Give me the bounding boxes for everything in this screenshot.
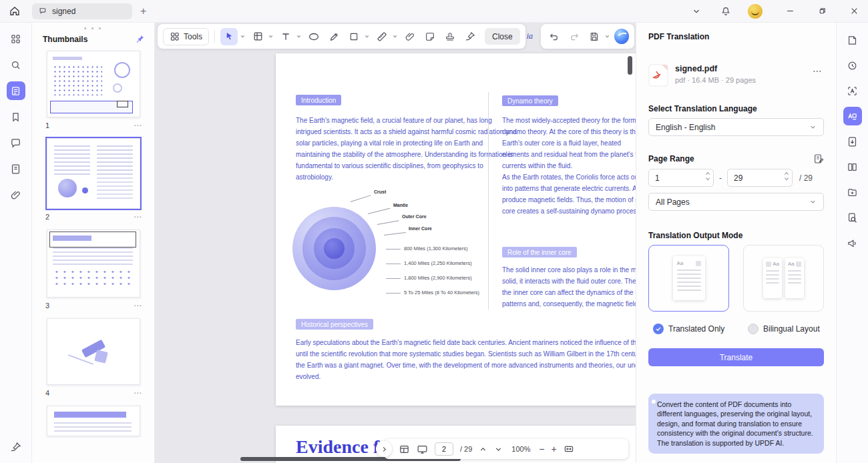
measure-tool[interactable] (374, 28, 390, 45)
page-thumbnail-3[interactable] (47, 229, 140, 298)
panel-drag-handle-icon[interactable]: • • • (32, 23, 154, 31)
left-rail (0, 23, 32, 463)
minimize-button[interactable] (783, 4, 797, 19)
zoom-in-icon[interactable]: + (552, 444, 557, 454)
doc-text-line: As the Earth rotates, the Coriolis force… (502, 173, 636, 181)
attachments-panel-icon[interactable] (7, 185, 25, 204)
page-thumbnail-2[interactable] (47, 138, 140, 209)
highlighter-tool[interactable] (326, 28, 342, 45)
close-toolbar-button[interactable]: Close (485, 28, 520, 45)
save-chevron-icon[interactable] (604, 33, 610, 39)
file-more-icon[interactable]: ⋯ (813, 65, 823, 76)
page-number: 2 (45, 213, 49, 221)
section-heading-badge: Dynamo theory (502, 95, 558, 106)
text-tool-chevron-icon[interactable] (296, 33, 302, 39)
bilingual-layout-card[interactable]: Aa Aa (743, 245, 824, 312)
search-document-icon[interactable] (843, 208, 862, 227)
sign-tool[interactable] (462, 28, 478, 45)
history-icon[interactable] (843, 56, 862, 75)
edit-page-chevron-icon[interactable] (268, 33, 274, 39)
page-layout-icon[interactable] (399, 444, 410, 455)
translated-only-card[interactable]: Aa (648, 245, 729, 312)
doc-text-line: astrobiology. (296, 173, 333, 181)
page-thumbnail-5[interactable] (47, 406, 140, 436)
feedback-megaphone-icon[interactable] (843, 234, 862, 252)
select-tool[interactable] (220, 28, 238, 45)
presentation-mode-icon[interactable] (417, 444, 428, 455)
maximize-button[interactable] (815, 4, 829, 19)
sticker-tool[interactable] (422, 28, 438, 45)
compare-pages-icon[interactable] (843, 157, 862, 176)
organize-pages-icon[interactable] (843, 31, 862, 49)
zoom-level[interactable]: 100% (509, 445, 532, 453)
user-avatar[interactable] (748, 4, 763, 19)
diagram-connector (384, 232, 406, 236)
search-icon[interactable] (7, 55, 25, 74)
previous-page-icon[interactable] (479, 445, 487, 454)
ellipse-comment-tool[interactable] (306, 28, 322, 45)
ocr-icon[interactable] (843, 81, 862, 100)
page-panel-icon[interactable] (7, 159, 25, 178)
pdf-translate-icon[interactable] (843, 107, 862, 125)
translated-only-radio[interactable]: Translated Only (653, 324, 748, 334)
signature-panel-icon[interactable] (7, 438, 25, 456)
shape-tool[interactable] (346, 28, 362, 45)
comments-panel-icon[interactable] (7, 133, 25, 152)
next-page-icon[interactable] (494, 445, 503, 454)
edit-page-tool[interactable] (250, 28, 266, 45)
thumbnail-more-icon[interactable]: ⋯ (134, 121, 142, 130)
home-icon[interactable] (7, 3, 23, 19)
close-window-button[interactable] (847, 4, 861, 19)
new-tab-button[interactable]: + (140, 6, 146, 17)
undo-button[interactable] (546, 28, 562, 45)
zoom-out-icon[interactable]: − (539, 444, 544, 454)
document-tab[interactable]: signed (32, 3, 132, 19)
collapse-navbar-icon[interactable] (376, 441, 392, 457)
custom-range-icon[interactable] (813, 153, 824, 164)
stamp-tool[interactable] (442, 28, 458, 45)
diagram-measurement: 5 To 25 Miles (8 To 40 Kilometers) (386, 290, 479, 296)
titlebar-chevron-down-icon[interactable] (689, 4, 704, 19)
page-thumbnail-4[interactable] (47, 318, 140, 385)
batch-folder-icon[interactable] (843, 183, 862, 201)
tools-button[interactable]: Tools (163, 28, 209, 45)
menu-grid-icon[interactable] (7, 29, 25, 48)
notifications-bell-icon[interactable] (718, 4, 733, 19)
viewport-handle[interactable] (117, 101, 128, 107)
attach-tool[interactable] (402, 28, 418, 45)
save-button[interactable] (586, 28, 602, 45)
viewport-indicator[interactable] (49, 232, 136, 248)
shape-tool-chevron-icon[interactable] (364, 33, 370, 39)
text-tool[interactable] (278, 28, 294, 45)
thumbnail-more-icon[interactable]: ⋯ (134, 388, 142, 398)
select-tool-chevron-icon[interactable] (240, 33, 246, 39)
translate-button[interactable]: Translate (648, 348, 824, 366)
stepper-icons[interactable] (705, 171, 710, 181)
updf-ai-button[interactable] (614, 29, 629, 44)
thumbnail-more-icon[interactable]: ⋯ (134, 212, 142, 221)
thumbnails-panel-icon[interactable] (7, 81, 25, 100)
thumbnail-more-icon[interactable]: ⋯ (134, 301, 142, 310)
redo-button[interactable] (566, 28, 582, 45)
bookmark-icon[interactable] (7, 107, 25, 126)
export-pdf-icon[interactable] (843, 132, 862, 151)
bilingual-layout-label: Bilingual Layout (763, 324, 820, 334)
measure-tool-chevron-icon[interactable] (392, 33, 398, 39)
pin-icon[interactable] (135, 34, 145, 44)
page-total-label: / 29 (460, 445, 472, 453)
page-thumbnail-1[interactable] (47, 51, 140, 117)
divider (214, 30, 215, 43)
pages-scope-select[interactable]: All Pages (648, 193, 824, 211)
language-select[interactable]: English - English (648, 118, 824, 136)
stepper-icons[interactable] (784, 171, 789, 181)
page-to-input[interactable] (727, 169, 793, 187)
vertical-scrollbar[interactable] (628, 56, 632, 75)
page-to-field[interactable] (727, 169, 793, 187)
chevron-down-icon (809, 123, 817, 131)
bilingual-layout-radio[interactable]: Bilingual Layout (748, 324, 820, 334)
viewport-indicator[interactable] (50, 101, 133, 113)
page-from-field[interactable] (648, 169, 714, 187)
current-page-input[interactable] (435, 442, 453, 456)
page-from-input[interactable] (648, 169, 714, 187)
fit-width-icon[interactable] (564, 444, 574, 454)
